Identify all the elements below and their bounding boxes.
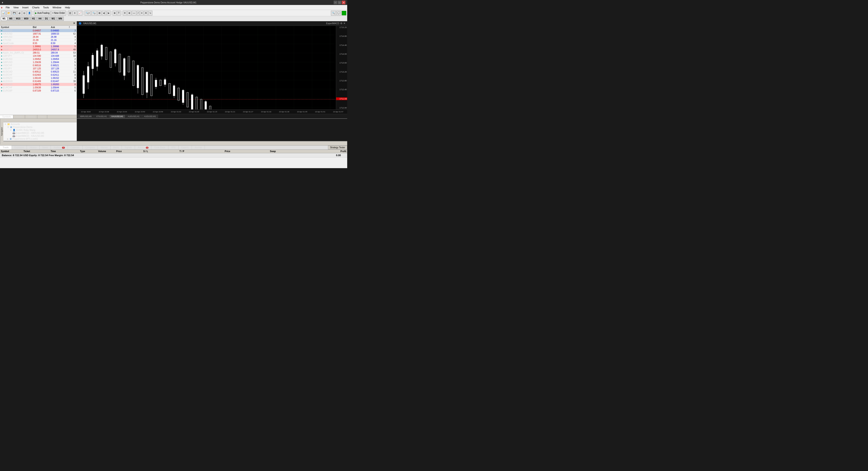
market-watch-row[interactable]: ◆ AUDUSD 0.64657 0.64660 3 (0, 29, 76, 32)
menu-charts[interactable]: Charts (30, 6, 41, 9)
chart-tab-audusd-m1[interactable]: AUDUSD,M1 (142, 115, 158, 118)
chart-canvas[interactable]: 1715.20 1714.80 1714.40 1714.00 1713.60 … (77, 26, 347, 109)
market-watch-row[interactable]: ◆ AUDNZD 1.06143 1.06152 9 (0, 76, 76, 80)
tab-history[interactable]: History (27, 146, 39, 149)
tf-m30[interactable]: M30 (22, 17, 30, 21)
crosshair2-button[interactable]: ⊕ (127, 11, 131, 15)
tf-m5[interactable]: M5 (8, 17, 14, 21)
mw-tab-trading[interactable]: Trading (25, 115, 37, 119)
market-watch-row[interactable]: ◆ USDCAD 1.39991 1.39996 5 (0, 45, 76, 48)
market-watch-row[interactable]: ◆ USDJPY 107.125 107.128 3 (0, 67, 76, 70)
tab-mailbox[interactable]: Mailbox 7 (51, 146, 68, 149)
menu-help[interactable]: Help (63, 6, 72, 9)
fib-button[interactable]: ≡ (140, 11, 144, 15)
tf-h4[interactable]: H4 (37, 17, 43, 21)
indicators-button[interactable]: ∿ (148, 11, 152, 15)
tf-w1[interactable]: W1 (50, 17, 57, 21)
strategy-tester-button[interactable]: Strategy Tester (328, 146, 347, 149)
chart-tab-xbrusd[interactable]: XBRUSD,M5 (78, 115, 94, 118)
chart-area[interactable]: 🔵 XAUUSD,M1 ExpertMACD ⚙ ✕ 1715.20 1714.… (77, 21, 347, 119)
tab-news[interactable]: News (39, 146, 51, 149)
menu-view[interactable]: View (11, 6, 21, 9)
menu-window[interactable]: Window (51, 6, 63, 9)
mw-tab-ticks[interactable]: Ticks (37, 115, 47, 119)
tab-journal[interactable]: Journal (192, 146, 205, 149)
mw-tab-symbols[interactable]: Symbols (0, 115, 13, 119)
market-watch-row[interactable]: ◆ AUDCHF 0.62403 0.62411 8 (0, 73, 76, 76)
tab-calendar[interactable]: Calendar (68, 146, 83, 149)
market-watch-columns: Symbol Bid Ask ! (0, 26, 76, 29)
zoom-out-button[interactable]: 🔍- (91, 11, 97, 15)
tab-experts[interactable]: Experts (179, 146, 192, 149)
symbol-spread: 53 (69, 52, 76, 54)
market-watch-row[interactable]: ◆ US30 24053.0 24057.8 48 (0, 48, 76, 51)
market-watch-row[interactable]: ◆ GBPUSD 1.25639 1.25644 5 (0, 61, 76, 64)
crosshair-button[interactable]: ✛ (123, 11, 127, 15)
scroll-left-button[interactable]: ◂| (102, 11, 106, 15)
tf-d1[interactable]: D1 (43, 17, 50, 21)
templates-button[interactable]: T (117, 11, 121, 15)
tab-alerts[interactable]: Alerts (111, 146, 122, 149)
tab-trade[interactable]: Trade (0, 146, 12, 149)
market-watch-row[interactable]: ◆ SpotCrude 8.55 8.59 4 (0, 42, 76, 45)
menu-insert[interactable]: Insert (21, 6, 31, 9)
chart-tab-xauusd[interactable]: XAUUSD,M1 (110, 115, 125, 118)
close-button[interactable]: ✕ (342, 1, 345, 4)
tab-articles[interactable]: Articles 1 (135, 146, 151, 149)
period-sep-button[interactable]: ⊕ (113, 11, 117, 15)
market-watch-row[interactable]: ◆ EURCHF 1.05638 1.05644 6 (0, 86, 76, 89)
tab-exposure[interactable]: Exposure (12, 146, 27, 149)
restore-button[interactable]: □ (338, 1, 341, 4)
tf-m15[interactable]: M15 (14, 17, 22, 21)
save-button[interactable]: 💾 (12, 11, 17, 15)
market-watch-row[interactable]: ◆ USDCHF 0.96516 0.96521 5 (0, 64, 76, 67)
chart-tab-audusd-h1[interactable]: AUDUSD,H1 (126, 115, 142, 118)
tab-signals[interactable]: Signals (122, 146, 135, 149)
market-watch-row[interactable]: ◆ EURGBP 0.87109 0.87115 6 (0, 89, 76, 92)
market-watch-row[interactable]: ◆ XAUUSD 1687.91 1688.53 62 (0, 32, 76, 35)
tab-codebase[interactable]: Code Base (151, 146, 168, 149)
chart-close-icon[interactable]: ✕ (343, 22, 345, 25)
hline-button[interactable]: — (132, 11, 136, 15)
minimize-button[interactable]: ─ (334, 1, 337, 4)
symbol-spread: 8 (69, 74, 76, 76)
search-button[interactable]: 🔍 (331, 11, 336, 15)
zoom-in-button[interactable]: 🔍+ (85, 11, 91, 15)
chart-tab-xtiusd[interactable]: XTIUSD,H1 (94, 115, 109, 118)
tf-h1[interactable]: H1 (31, 17, 37, 21)
mw-tab-details[interactable]: Details (13, 115, 25, 119)
scroll-right-button[interactable]: |▸ (106, 11, 111, 15)
market-watch-row[interactable]: ◆ EURAUD 1.69275 1.69283 8 (0, 83, 76, 86)
market-watch-close[interactable]: ✕ (73, 22, 75, 25)
tab-company[interactable]: Company (83, 146, 98, 149)
new-order-button[interactable]: + New Order (51, 11, 66, 15)
tf-mn[interactable]: MN (57, 17, 64, 21)
print-button[interactable]: 🖨 (17, 11, 22, 15)
market-watch-row[interactable]: ◆ Apple_Inc_(AAPL.O) 288.51 289.04 53 (0, 51, 76, 55)
chat-button[interactable]: 💬 (336, 11, 341, 15)
tab-vps[interactable]: VPS (168, 146, 179, 149)
market-watch-row[interactable]: ◆ AUDSGD 0.91409 0.91447 38 (0, 80, 76, 83)
market-watch-row[interactable]: ◆ XTIUSD 21.09 21.16 7 (0, 39, 76, 42)
menu-file[interactable]: File (4, 6, 11, 9)
market-watch-row[interactable]: ◆ EURUSD 1.09452 1.09454 2 (0, 58, 76, 61)
accounts-button[interactable]: 👤 (27, 11, 32, 15)
close-icon[interactable]: ✕ (4, 119, 6, 122)
bar-chart-button[interactable]: ||| (68, 11, 72, 15)
candle-button[interactable]: 🕯 (72, 11, 77, 15)
open-button[interactable]: 📂 (6, 11, 11, 15)
market-watch-row[interactable]: ◆ AUDCAD 0.90512 0.90523 11 (0, 70, 76, 73)
fit-button[interactable]: ⊞ (97, 11, 101, 15)
menu-tools[interactable]: Tools (41, 6, 51, 9)
market-watch-row[interactable]: ◆ XBRUSD 26.94 26.98 4 (0, 35, 76, 39)
chart-settings-icon[interactable]: ⚙ (340, 22, 342, 25)
trend-button[interactable]: / (137, 11, 140, 15)
new-chart-button[interactable]: 📊 (1, 11, 6, 15)
line-button[interactable]: 📈 (78, 11, 83, 15)
tab-market[interactable]: Market (98, 146, 111, 149)
market-watch-row[interactable]: ◆ GBPJPY 134.590 134.608 18 (0, 55, 76, 58)
tf-m1[interactable]: M1 (1, 17, 7, 21)
autotrading-button[interactable]: ▶ AutoTrading (34, 11, 51, 15)
profiles-button[interactable]: ◎ (22, 11, 26, 15)
text-button[interactable]: A (144, 11, 148, 15)
